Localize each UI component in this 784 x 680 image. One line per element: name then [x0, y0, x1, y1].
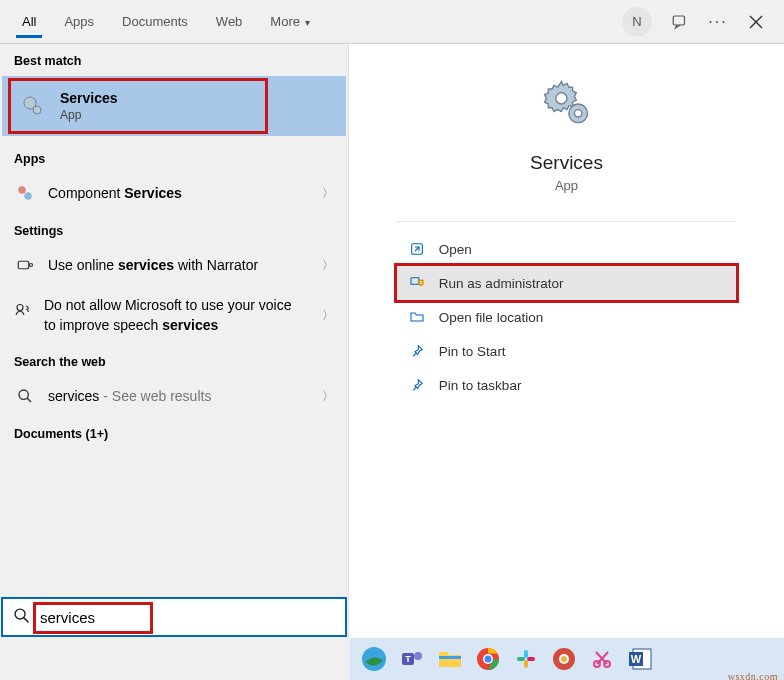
svg-point-4: [33, 106, 41, 114]
svg-point-8: [30, 264, 33, 267]
taskbar-slack-icon[interactable]: [510, 643, 542, 675]
svg-point-5: [18, 186, 26, 194]
speech-icon: [14, 298, 32, 320]
svg-rect-23: [439, 656, 461, 659]
taskbar-explorer-icon[interactable]: [434, 643, 466, 675]
svg-text:W: W: [631, 653, 642, 665]
section-header-settings: Settings: [0, 214, 348, 244]
svg-point-21: [414, 652, 422, 660]
component-services-icon: [14, 182, 36, 204]
action-label: Open file location: [439, 310, 543, 325]
svg-text:T: T: [405, 654, 411, 664]
action-label: Run as administrator: [439, 276, 564, 291]
result-label: services - See web results: [48, 388, 211, 404]
taskbar-chrome-canary-icon[interactable]: [548, 643, 580, 675]
svg-point-17: [15, 609, 25, 619]
action-pin-to-taskbar[interactable]: Pin to taskbar: [397, 368, 736, 402]
svg-point-9: [17, 305, 23, 311]
svg-rect-0: [673, 16, 684, 25]
svg-point-10: [19, 390, 28, 399]
chevron-down-icon: ▾: [302, 17, 310, 28]
action-run-as-administrator[interactable]: Run as administrator: [397, 266, 736, 300]
svg-rect-27: [524, 650, 528, 658]
open-icon: [409, 241, 425, 257]
tab-web[interactable]: Web: [202, 6, 257, 37]
more-options-icon[interactable]: ···: [708, 12, 728, 32]
annotation-box: [8, 78, 268, 134]
folder-icon: [409, 309, 425, 325]
tab-documents[interactable]: Documents: [108, 6, 202, 37]
best-match-title: Services: [60, 90, 118, 106]
tab-all[interactable]: All: [8, 6, 50, 37]
svg-rect-16: [411, 278, 419, 285]
chevron-right-icon: 〉: [322, 307, 334, 324]
svg-line-11: [27, 398, 31, 402]
search-input[interactable]: [40, 609, 335, 626]
taskbar-word-icon[interactable]: W: [624, 643, 656, 675]
result-label: Do not allow Microsoft to use your voice…: [44, 296, 322, 335]
result-speech-services[interactable]: Do not allow Microsoft to use your voice…: [0, 286, 348, 345]
section-header-documents: Documents (1+): [0, 417, 348, 447]
result-narrator-services[interactable]: Use online services with Narrator 〉: [0, 244, 348, 286]
search-icon: [13, 607, 30, 628]
svg-rect-28: [517, 657, 525, 661]
chevron-right-icon: 〉: [322, 257, 334, 274]
search-icon: [14, 385, 36, 407]
action-pin-to-start[interactable]: Pin to Start: [397, 334, 736, 368]
taskbar-chrome-icon[interactable]: [472, 643, 504, 675]
close-icon[interactable]: [746, 12, 766, 32]
chevron-right-icon: 〉: [322, 388, 334, 405]
taskbar: T W: [350, 638, 784, 680]
best-match-result[interactable]: Services App: [2, 76, 346, 136]
narrator-icon: [14, 254, 36, 276]
taskbar-edge-icon[interactable]: [358, 643, 390, 675]
svg-point-6: [24, 192, 32, 200]
section-header-best-match: Best match: [0, 44, 348, 74]
action-open-file-location[interactable]: Open file location: [397, 300, 736, 334]
result-web-search[interactable]: services - See web results 〉: [0, 375, 348, 417]
divider: [397, 221, 736, 222]
action-open[interactable]: Open: [397, 232, 736, 266]
svg-rect-7: [18, 261, 29, 269]
section-header-search-web: Search the web: [0, 345, 348, 375]
filter-tabs-bar: All Apps Documents Web More ▾ N ···: [0, 0, 784, 44]
admin-shield-icon: [409, 275, 425, 291]
preview-subtitle: App: [555, 178, 578, 193]
chevron-right-icon: 〉: [322, 185, 334, 202]
result-label: Use online services with Narrator: [48, 257, 258, 273]
taskbar-teams-icon[interactable]: T: [396, 643, 428, 675]
gear-icon: [537, 74, 597, 134]
taskbar-snip-icon[interactable]: [586, 643, 618, 675]
user-avatar[interactable]: N: [622, 7, 652, 37]
section-header-apps: Apps: [0, 142, 348, 172]
svg-point-33: [561, 656, 567, 662]
gear-icon: [20, 93, 46, 119]
search-bar[interactable]: [1, 597, 347, 637]
tab-apps[interactable]: Apps: [50, 6, 108, 37]
results-panel: Best match Services App Apps Component S…: [0, 44, 348, 638]
svg-rect-30: [527, 657, 535, 661]
svg-point-12: [555, 93, 566, 104]
tab-more[interactable]: More ▾: [256, 6, 323, 37]
action-label: Open: [439, 242, 472, 257]
preview-title: Services: [530, 152, 603, 174]
action-label: Pin to taskbar: [439, 378, 522, 393]
result-label: Component Services: [48, 185, 182, 201]
best-match-subtitle: App: [60, 108, 118, 122]
pin-icon: [409, 343, 425, 359]
svg-point-14: [574, 110, 581, 117]
svg-line-18: [24, 617, 29, 622]
result-component-services[interactable]: Component Services 〉: [0, 172, 348, 214]
pin-icon: [409, 377, 425, 393]
svg-point-26: [485, 656, 492, 663]
svg-rect-29: [524, 660, 528, 668]
preview-panel: Services App Open Run as administrator O…: [348, 44, 784, 638]
action-label: Pin to Start: [439, 344, 506, 359]
feedback-icon[interactable]: [670, 12, 690, 32]
